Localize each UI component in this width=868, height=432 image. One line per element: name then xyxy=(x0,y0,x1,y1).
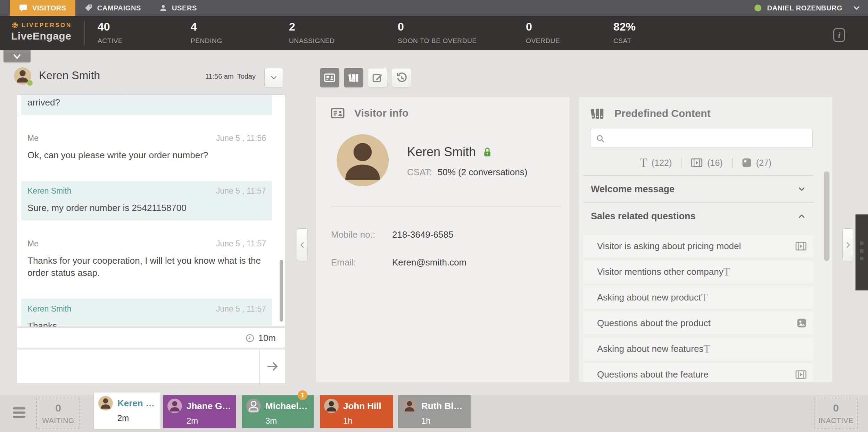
send-button[interactable] xyxy=(259,349,285,383)
user-menu[interactable]: DANIEL ROZENBURG xyxy=(754,0,868,16)
stat-active: 40 ACTIVE xyxy=(98,20,123,45)
stat-unassigned: 2 UNASSIGNED xyxy=(289,20,335,45)
visitor-info-panel: Visitor info Keren Smith CSAT:50% (2 con… xyxy=(316,97,569,382)
chevron-down-icon xyxy=(853,4,860,12)
tab-users[interactable]: USERS xyxy=(150,0,206,16)
stat-csat: 82% CSAT xyxy=(613,20,636,45)
panel-title: Predefined Content xyxy=(614,108,711,119)
binders-icon xyxy=(589,106,606,121)
divider xyxy=(732,158,733,168)
chevron-left-icon xyxy=(299,241,306,249)
avatar xyxy=(324,399,339,413)
section-welcome-message[interactable]: Welcome message xyxy=(583,176,814,202)
lock-icon xyxy=(482,146,493,158)
filter-image[interactable]: (27) xyxy=(742,158,771,168)
conversation-tab-john-hill[interactable]: John Hill 1h xyxy=(320,395,393,428)
conversation-tab-ruth-black[interactable]: Ruth Black 1h xyxy=(398,395,471,428)
predefined-item-list: Visitor is asking about pricing model Vi… xyxy=(583,235,814,382)
message-composer xyxy=(17,349,285,384)
brand-logo: LIVEPERSON LiveEngage xyxy=(11,22,72,42)
gear-icon xyxy=(11,22,19,29)
tag-icon xyxy=(84,4,93,12)
predefined-item[interactable]: Asking about new product T xyxy=(583,286,814,308)
divider xyxy=(331,206,561,206)
conversation-tab-keren-smith[interactable]: Keren Smith 2m xyxy=(94,392,160,429)
text-icon: T xyxy=(703,342,710,355)
message-agent: MeJune 5 , 11:56 Ok, can you please writ… xyxy=(21,128,272,168)
visitor-csat: CSAT:50% (2 conversations) xyxy=(407,167,527,178)
agent-status-dot xyxy=(754,5,761,11)
video-icon xyxy=(795,370,807,379)
video-icon xyxy=(691,158,703,168)
conversation-tab-michael-smith[interactable]: 1 Michael Smi.. 3m xyxy=(242,395,314,428)
message-list: Hello, I'd like to know why the item I'v… xyxy=(17,95,285,327)
history-clock-icon xyxy=(395,71,408,84)
id-card-icon xyxy=(324,72,336,84)
hamburger-menu-icon[interactable] xyxy=(13,407,25,420)
history-button[interactable] xyxy=(392,68,411,87)
clock-icon xyxy=(245,333,255,343)
content-type-filters: T (122) (16) (27) xyxy=(579,155,832,170)
text-icon: T xyxy=(724,265,730,278)
panel-title: Visitor info xyxy=(354,107,408,119)
text-icon: T xyxy=(701,291,708,304)
stats-bar: LIVEPERSON LiveEngage 40 ACTIVE 4 PENDIN… xyxy=(0,16,868,50)
avatar xyxy=(246,399,261,413)
predefined-item[interactable]: Asking about new features T xyxy=(583,338,814,360)
avatar xyxy=(98,396,113,410)
predefined-item[interactable]: Questions about the feature xyxy=(583,363,814,382)
scrollbar-thumb[interactable] xyxy=(824,171,829,261)
conversation-tab-jhane-grham[interactable]: Jhane Grham 2m xyxy=(163,395,236,428)
presence-dot xyxy=(27,80,33,86)
waiting-queue-box[interactable]: 0 WAITING xyxy=(36,398,80,429)
chat-input[interactable] xyxy=(17,349,259,383)
predefined-content-toggle-button[interactable] xyxy=(344,68,363,87)
visitor-info-toggle-button[interactable] xyxy=(320,68,339,87)
chevron-right-icon xyxy=(844,241,852,249)
visitor-email-field: Email:Keren@smith.com xyxy=(331,257,466,268)
section-sales-related-questions[interactable]: Sales related questions xyxy=(583,203,814,229)
compose-icon xyxy=(372,72,383,84)
visitor-mobile-field: Mobile no.:218-3649-6585 xyxy=(331,229,453,240)
collapse-stats-button[interactable] xyxy=(3,50,31,62)
expand-panel-button[interactable] xyxy=(842,228,853,261)
scrollbar-thumb[interactable] xyxy=(280,260,283,322)
user-name: DANIEL ROZENBURG xyxy=(767,4,842,12)
text-icon: T xyxy=(640,155,647,170)
filter-video[interactable]: (16) xyxy=(691,158,722,168)
predefined-item[interactable]: Visitor is asking about pricing model xyxy=(583,235,814,257)
visitor-name: Keren Smith xyxy=(407,145,476,159)
message-agent: MeJune 5 , 11:57 Thanks for your coopera… xyxy=(21,234,272,285)
search-input[interactable] xyxy=(611,130,810,146)
image-icon xyxy=(742,158,752,168)
chat-visitor-name: Keren Smith xyxy=(39,69,100,82)
visitor-avatar xyxy=(337,134,389,186)
binders-icon xyxy=(348,72,359,84)
compose-notes-button[interactable] xyxy=(368,68,387,87)
tab-campaigns[interactable]: CAMPAIGNS xyxy=(75,0,150,16)
chat-transcript: Hello, I'd like to know why the item I'v… xyxy=(17,94,285,327)
chevron-down-icon xyxy=(12,52,22,61)
divider xyxy=(681,158,681,168)
top-nav: VISITORS CAMPAIGNS USERS DANIEL ROZENBUR… xyxy=(0,0,868,16)
tab-visitors[interactable]: VISITORS xyxy=(10,0,75,16)
panel-toolbar xyxy=(320,68,411,87)
message-visitor: Keren SmithJune 5 , 11:57 Sure, my order… xyxy=(21,181,272,220)
image-icon xyxy=(796,318,807,328)
side-drag-rail[interactable] xyxy=(855,214,868,290)
inactive-queue-box[interactable]: 0 INACTIVE xyxy=(814,398,858,429)
filter-text[interactable]: T (122) xyxy=(640,155,672,170)
chevron-down-icon xyxy=(270,74,278,82)
predefined-item[interactable]: Questions about the product xyxy=(583,312,814,334)
chat-actions-dropdown[interactable] xyxy=(264,68,283,87)
session-timer-row: 10m xyxy=(17,328,285,348)
arrow-right-icon xyxy=(265,359,280,374)
avatar xyxy=(167,399,182,413)
collapse-visitor-info-button[interactable] xyxy=(297,228,308,261)
info-icon[interactable]: i xyxy=(833,28,845,42)
predefined-item[interactable]: Visitor mentions other company T xyxy=(583,261,814,283)
conversations-bar: 0 WAITING Keren Smith 2m Jhane Grham 2m … xyxy=(0,395,868,432)
search-box xyxy=(590,129,813,148)
tab-label: USERS xyxy=(172,4,197,12)
stat-overdue: 0 OVERDUE xyxy=(526,20,560,45)
